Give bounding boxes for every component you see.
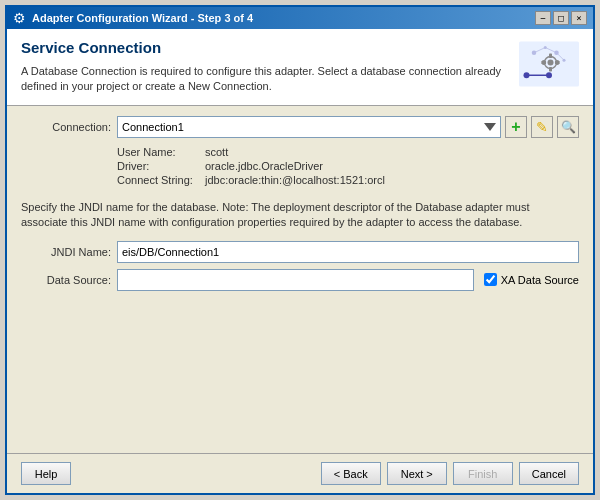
page-title: Service Connection bbox=[21, 39, 509, 56]
edit-connection-button[interactable]: ✎ bbox=[531, 116, 553, 138]
driver-label: Driver: bbox=[117, 160, 197, 172]
datasource-label: Data Source: bbox=[21, 274, 111, 286]
jndi-input[interactable] bbox=[117, 241, 579, 263]
wizard-window: ⚙ Adapter Configuration Wizard - Step 3 … bbox=[5, 5, 595, 495]
driver-value: oracle.jdbc.OracleDriver bbox=[205, 160, 323, 172]
maximize-button[interactable]: □ bbox=[553, 11, 569, 25]
connect-string-value: jdbc:oracle:thin:@localhost:1521:orcl bbox=[205, 174, 385, 186]
svg-rect-10 bbox=[549, 54, 552, 59]
svg-rect-11 bbox=[549, 67, 552, 72]
title-bar-controls: − □ × bbox=[535, 11, 587, 25]
gear-graphic bbox=[519, 39, 579, 89]
title-bar-left: ⚙ Adapter Configuration Wizard - Step 3 … bbox=[13, 10, 253, 26]
header-content: Service Connection A Database Connection… bbox=[21, 39, 509, 95]
username-row: User Name: scott bbox=[117, 146, 579, 158]
xa-datasource-row: XA Data Source bbox=[484, 273, 579, 286]
datasource-controls: XA Data Source bbox=[117, 269, 579, 291]
window-icon: ⚙ bbox=[13, 10, 26, 26]
svg-point-9 bbox=[548, 60, 554, 66]
datasource-input[interactable] bbox=[117, 269, 474, 291]
connection-row: Connection: Connection1 + ✎ 🔍 bbox=[21, 116, 579, 138]
help-button[interactable]: Help bbox=[21, 462, 71, 485]
jndi-description: Specify the JNDI name for the database. … bbox=[21, 200, 579, 231]
username-label: User Name: bbox=[117, 146, 197, 158]
connection-info: User Name: scott Driver: oracle.jdbc.Ora… bbox=[117, 146, 579, 186]
footer-left: Help bbox=[21, 462, 71, 485]
header-icon-area bbox=[519, 39, 579, 92]
footer-right: < Back Next > Finish Cancel bbox=[321, 462, 579, 485]
connect-string-row: Connect String: jdbc:oracle:thin:@localh… bbox=[117, 174, 579, 186]
jndi-row: JNDI Name: bbox=[21, 241, 579, 263]
search-connection-button[interactable]: 🔍 bbox=[557, 116, 579, 138]
username-value: scott bbox=[205, 146, 228, 158]
svg-point-19 bbox=[524, 72, 530, 78]
minimize-button[interactable]: − bbox=[535, 11, 551, 25]
finish-button[interactable]: Finish bbox=[453, 462, 513, 485]
datasource-row: Data Source: XA Data Source bbox=[21, 269, 579, 291]
connection-controls: Connection1 + ✎ 🔍 bbox=[117, 116, 579, 138]
header-description: A Database Connection is required to con… bbox=[21, 64, 509, 95]
connection-select[interactable]: Connection1 bbox=[117, 116, 501, 138]
footer: Help < Back Next > Finish Cancel bbox=[7, 453, 593, 493]
header-section: Service Connection A Database Connection… bbox=[7, 29, 593, 106]
cancel-button[interactable]: Cancel bbox=[519, 462, 579, 485]
jndi-label: JNDI Name: bbox=[21, 246, 111, 258]
driver-row: Driver: oracle.jdbc.OracleDriver bbox=[117, 160, 579, 172]
back-button[interactable]: < Back bbox=[321, 462, 381, 485]
close-button[interactable]: × bbox=[571, 11, 587, 25]
add-connection-button[interactable]: + bbox=[505, 116, 527, 138]
title-bar: ⚙ Adapter Configuration Wizard - Step 3 … bbox=[7, 7, 593, 29]
xa-datasource-label[interactable]: XA Data Source bbox=[501, 274, 579, 286]
svg-point-20 bbox=[546, 72, 552, 78]
connect-string-label: Connect String: bbox=[117, 174, 197, 186]
body-section: Connection: Connection1 + ✎ 🔍 User Name:… bbox=[7, 106, 593, 453]
connection-label: Connection: bbox=[21, 121, 111, 133]
window-title: Adapter Configuration Wizard - Step 3 of… bbox=[32, 12, 253, 24]
xa-datasource-checkbox[interactable] bbox=[484, 273, 497, 286]
next-button[interactable]: Next > bbox=[387, 462, 447, 485]
